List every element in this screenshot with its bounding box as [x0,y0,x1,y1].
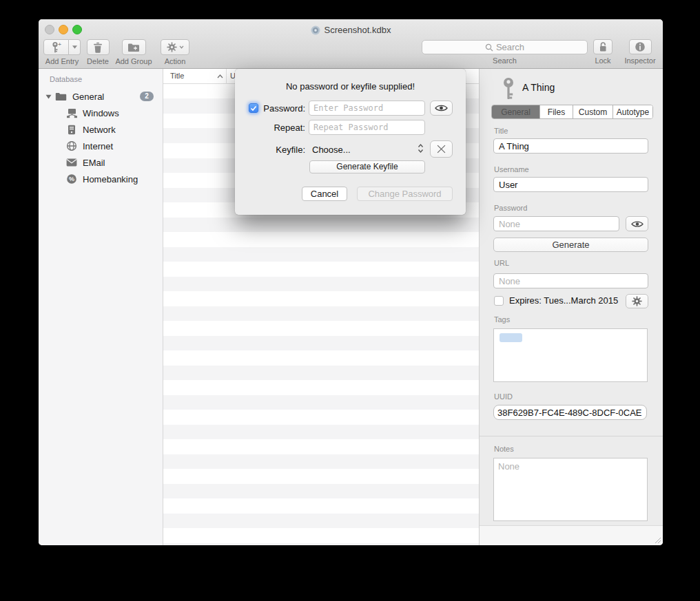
sort-ascending-icon [217,74,223,78]
add-entry-button[interactable]: + [43,39,69,55]
chevron-down-icon [179,45,184,49]
toolbar-item-delete: Delete [84,39,112,65]
tags-label: Tags [494,315,510,324]
inspector-label: Inspector [624,56,655,65]
toolbar-item-add-entry: + Add Entry [41,39,83,65]
gear-icon [167,42,177,52]
repeat-password-input[interactable]: Repeat Password [309,120,425,135]
expires-settings-button[interactable] [626,294,648,308]
inspector-tabs: General Files Custom Autotype [491,105,653,119]
title-label: Title [494,127,508,135]
search-label: Search [422,56,588,65]
sidebar-item-label: Homebanking [83,174,138,184]
clear-keyfile-button[interactable] [430,140,453,158]
dialog-password-label: Password: [236,103,305,114]
change-password-button[interactable]: Change Password [357,187,453,201]
window-title-group: Screenshot.kdbx [39,25,663,35]
expires-label: Expires: Tues...March 2015 [509,295,618,306]
key-icon [501,77,516,101]
uuid-field[interactable]: 38F629B7-FC4E-489C-8DCF-0CAE [493,405,647,420]
lock-button[interactable] [593,39,612,54]
sidebar-item-windows[interactable]: Windows [39,105,163,121]
generate-keyfile-button[interactable]: Generate Keyfile [309,160,425,173]
notes-label: Notes [494,445,514,453]
sidebar-item-general[interactable]: General 2 [39,88,163,105]
add-entry-dropdown-button[interactable] [69,39,81,55]
dialog-show-password-button[interactable] [430,101,453,116]
toolbar-item-action: Action [161,39,189,65]
column-header-title[interactable]: Title [170,72,184,80]
entry-title: A Thing [522,82,555,93]
info-icon [635,41,646,52]
stepper-icon[interactable] [418,143,424,154]
sidebar-item-label: General [72,92,104,102]
sidebar-item-homebanking[interactable]: % Homebanking [39,171,163,187]
sidebar-item-network[interactable]: Network [39,121,163,138]
expires-checkbox[interactable] [494,296,504,306]
tab-files[interactable]: Files [540,105,573,118]
column-divider[interactable] [226,69,227,84]
folder-icon [55,92,67,101]
document-icon [311,25,320,35]
username-field[interactable]: User [493,177,648,192]
title-field[interactable]: A Thing [493,138,648,154]
inspector-button[interactable] [629,39,652,54]
windows-network-icon [66,108,78,118]
search-input[interactable]: Search [422,40,588,54]
action-button[interactable] [161,39,189,55]
keyfile-popup-button[interactable]: Choose... [312,145,351,155]
sidebar: Database General 2 Windows [39,69,163,545]
delete-label: Delete [87,57,109,65]
tab-custom[interactable]: Custom [573,105,613,118]
trash-icon [93,42,103,53]
show-password-button[interactable] [626,216,648,231]
divider [480,436,663,436]
add-group-label: Add Group [115,57,152,65]
sidebar-item-label: Network [83,125,116,135]
window-title: Screenshot.kdbx [325,25,391,35]
enter-password-input[interactable]: Enter Password [309,101,425,116]
password-field[interactable]: None [493,216,619,231]
cancel-button[interactable]: Cancel [302,187,347,201]
inspector-footer [480,525,663,545]
dialog-repeat-label: Repeat: [236,123,305,133]
folder-plus-icon [127,43,140,52]
add-group-button[interactable] [122,39,146,55]
password-label: Password [494,204,527,212]
disclosure-triangle-icon[interactable] [45,94,52,99]
sidebar-item-email[interactable]: EMail [39,154,163,171]
dialog-keyfile-label: Keyfile: [236,145,305,155]
resize-grip[interactable] [654,536,661,544]
svg-text:+: + [58,41,61,48]
inspector-panel: A Thing General Files Custom Autotype Ti… [479,69,663,545]
titlebar-toolbar: Screenshot.kdbx + Add Entry [39,19,663,69]
dialog-message: No password or keyfile supplied! [235,81,466,92]
search-icon [485,43,493,52]
key-plus-icon: + [51,41,62,53]
delete-button[interactable] [87,39,110,55]
url-label: URL [494,259,509,267]
close-x-icon [437,145,446,154]
tag-token[interactable] [500,333,522,342]
entry-count-badge: 2 [140,92,154,101]
notes-field[interactable]: None [493,458,648,521]
lock-label: Lock [595,56,610,65]
sidebar-item-label: EMail [83,158,105,168]
sidebar-section-header: Database [50,75,82,83]
lock-open-icon [598,41,608,52]
tab-autotype[interactable]: Autotype [613,105,652,118]
tags-field[interactable] [493,328,648,382]
eye-icon [435,104,448,112]
url-field[interactable]: None [493,273,648,288]
change-password-dialog: No password or keyfile supplied! Passwor… [235,69,466,215]
add-entry-label: Add Entry [45,57,79,65]
server-icon [68,125,76,135]
search-placeholder: Search [496,42,524,52]
sidebar-item-label: Windows [83,108,119,118]
generate-password-button[interactable]: Generate [493,238,648,252]
toolbar-item-add-group: Add Group [112,39,156,65]
gear-icon [632,296,642,306]
tab-general[interactable]: General [492,105,540,118]
sidebar-item-internet[interactable]: Internet [39,138,163,154]
chevron-down-icon [72,45,77,49]
